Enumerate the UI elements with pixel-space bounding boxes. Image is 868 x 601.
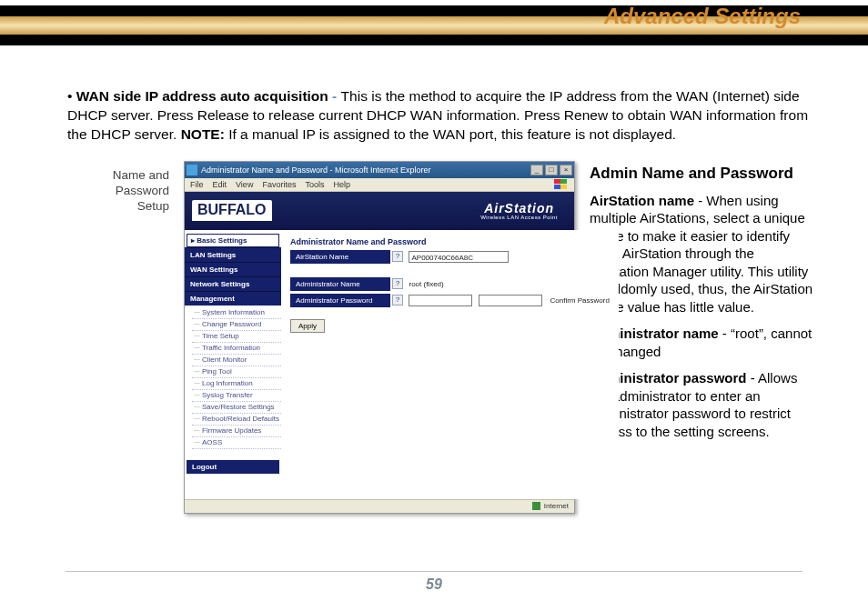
caption-line-1: Name and bbox=[113, 168, 169, 182]
sidebar-item-firmware-updates[interactable]: Firmware Updates bbox=[192, 426, 281, 437]
status-text: Internet bbox=[544, 502, 569, 510]
sidebar-wan-settings[interactable]: WAN Settings bbox=[185, 262, 281, 276]
sidebar-item-traffic-information[interactable]: Traffic Information bbox=[192, 343, 281, 355]
intro-lead: WAN side IP address auto acquisition bbox=[76, 88, 328, 104]
caption-line-2: Password bbox=[116, 184, 169, 197]
page-header-title: Advanced Settings bbox=[604, 4, 801, 29]
sidebar-item-aoss[interactable]: AOSS bbox=[192, 437, 281, 449]
page-viewport: BUFFALO AirStation Wireless LAN Access P… bbox=[185, 192, 574, 499]
airstation-subtitle: Wireless LAN Access Point bbox=[480, 215, 558, 220]
window-titlebar: Administrator Name and Password - Micros… bbox=[185, 162, 574, 178]
sidebar-item-save-restore[interactable]: Save/Restore Settings bbox=[192, 402, 281, 414]
sidebar-item-client-monitor[interactable]: Client Monitor bbox=[192, 355, 281, 366]
label-admin-name: Administrator Name bbox=[290, 277, 390, 291]
sidebar-management[interactable]: Management bbox=[185, 291, 281, 306]
router-sidebar: ▸ Basic Settings LAN Settings WAN Settin… bbox=[185, 230, 281, 499]
input-airstation-name[interactable]: AP000740C66A8C bbox=[409, 251, 509, 263]
sidebar-item-log-information[interactable]: Log Information bbox=[192, 378, 281, 390]
sidebar-tree: System Information Change Password Time … bbox=[185, 306, 281, 453]
desc-airstation-name: AirStation name - When using multiple Ai… bbox=[590, 192, 813, 316]
section-title: Administrator Name and Password bbox=[290, 237, 610, 246]
menu-help[interactable]: Help bbox=[333, 180, 350, 189]
ie-icon bbox=[187, 165, 197, 175]
help-icon[interactable]: ? bbox=[392, 295, 403, 306]
menu-favorites[interactable]: Favorites bbox=[262, 180, 296, 189]
sidebar-item-change-password[interactable]: Change Password bbox=[192, 319, 281, 331]
sidebar-item-time-setup[interactable]: Time Setup bbox=[192, 331, 281, 343]
page-body: • WAN side IP address auto acquisition -… bbox=[0, 51, 868, 514]
row-airstation-name: AirStation Name? AP000740C66A8C bbox=[290, 250, 610, 264]
intro-dash: - bbox=[328, 88, 341, 104]
page-number: 59 bbox=[0, 576, 868, 593]
logout-button[interactable]: Logout bbox=[187, 460, 279, 474]
menu-edit[interactable]: Edit bbox=[213, 180, 227, 189]
sidebar-item-reboot-reload[interactable]: Reboot/Reload Defaults bbox=[192, 414, 281, 426]
footer-divider bbox=[66, 571, 802, 572]
intro-body-2: If a manual IP is assigned to the WAN po… bbox=[225, 126, 676, 142]
brand-bar: BUFFALO AirStation Wireless LAN Access P… bbox=[185, 192, 574, 230]
desc-admin-password: Administrator password - Allows the admi… bbox=[590, 369, 813, 440]
close-button[interactable]: × bbox=[560, 165, 572, 175]
sidebar-item-system-information[interactable]: System Information bbox=[192, 307, 281, 319]
screenshot-caption: Name and Password Setup bbox=[67, 161, 169, 514]
menu-tools[interactable]: Tools bbox=[305, 180, 324, 189]
menu-view[interactable]: View bbox=[236, 180, 253, 189]
help-icon[interactable]: ? bbox=[392, 278, 403, 289]
desc-admin-name: Administrator name - “root”, cannot be c… bbox=[590, 325, 813, 360]
sidebar-item-ping-tool[interactable]: Ping Tool bbox=[192, 366, 281, 378]
input-admin-password[interactable] bbox=[409, 295, 472, 306]
bullet: • bbox=[67, 88, 72, 104]
label-admin-password: Administrator Password bbox=[290, 294, 390, 307]
windows-flag-icon bbox=[554, 179, 569, 190]
buffalo-logo: BUFFALO bbox=[192, 200, 272, 221]
row-admin-password: Administrator Password? Confirm Password bbox=[290, 294, 610, 307]
sidebar-lan-settings[interactable]: LAN Settings bbox=[185, 247, 281, 262]
sidebar-basic-settings[interactable]: ▸ Basic Settings bbox=[187, 234, 279, 247]
description-column: Admin Name and Password AirStation name … bbox=[590, 161, 813, 514]
embedded-screenshot: Administrator Name and Password - Micros… bbox=[184, 161, 575, 514]
sidebar-item-syslog-transfer[interactable]: Syslog Transfer bbox=[192, 390, 281, 402]
window-title: Administrator Name and Password - Micros… bbox=[201, 165, 431, 175]
router-main-panel: Administrator Name and Password AirStati… bbox=[281, 230, 619, 499]
browser-statusbar: Internet bbox=[185, 499, 574, 513]
caption-line-3: Setup bbox=[137, 199, 169, 213]
router-content: ▸ Basic Settings LAN Settings WAN Settin… bbox=[185, 230, 574, 499]
minimize-button[interactable]: _ bbox=[530, 165, 543, 175]
row-admin-name: Administrator Name? root (fixed) bbox=[290, 277, 610, 291]
desc-airstation-name-body: - When using multiple AirStations, selec… bbox=[590, 193, 812, 315]
maximize-button[interactable]: □ bbox=[545, 165, 558, 175]
value-admin-name: root (fixed) bbox=[409, 280, 443, 288]
input-confirm-password[interactable] bbox=[479, 295, 542, 306]
content-row: Name and Password Setup Administrator Na… bbox=[67, 161, 813, 514]
menu-file[interactable]: File bbox=[190, 180, 204, 189]
help-icon[interactable]: ? bbox=[392, 251, 403, 262]
browser-menubar: File Edit View Favorites Tools Help bbox=[185, 178, 574, 192]
section-heading: Admin Name and Password bbox=[590, 165, 813, 183]
desc-airstation-name-label: AirStation name bbox=[590, 193, 694, 208]
sidebar-network-settings[interactable]: Network Settings bbox=[185, 276, 281, 291]
intro-paragraph: • WAN side IP address auto acquisition -… bbox=[67, 87, 813, 145]
internet-zone-icon bbox=[532, 502, 540, 510]
label-airstation-name: AirStation Name bbox=[290, 250, 390, 264]
apply-button[interactable]: Apply bbox=[290, 319, 325, 333]
intro-note-label: NOTE: bbox=[181, 126, 225, 142]
airstation-title: AirStation bbox=[480, 202, 558, 215]
header-stripe: Advanced Settings bbox=[0, 0, 868, 51]
label-confirm-password: Confirm Password bbox=[550, 296, 610, 305]
airstation-logo: AirStation Wireless LAN Access Point bbox=[480, 202, 567, 220]
